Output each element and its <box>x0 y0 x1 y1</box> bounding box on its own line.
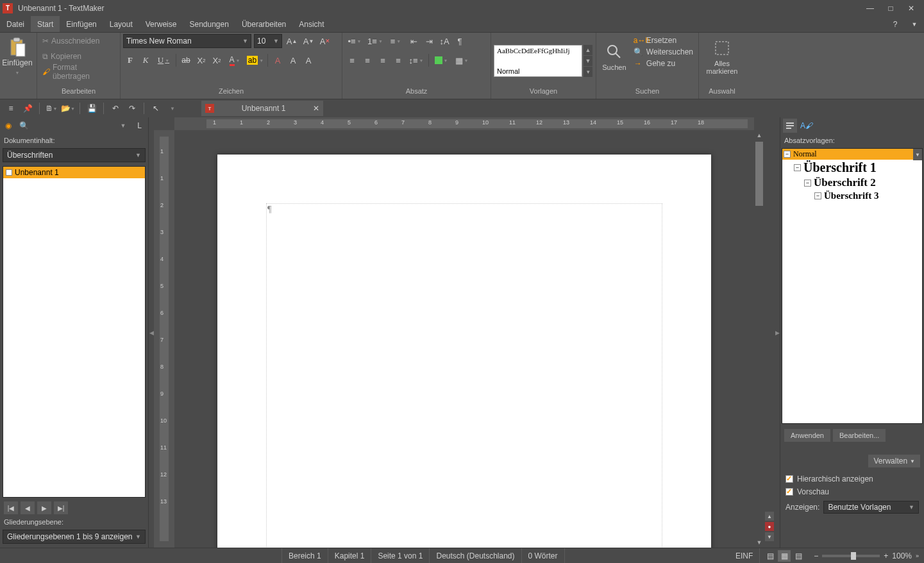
panel-close-button[interactable]: L <box>133 121 146 130</box>
mini-down-button[interactable]: ▼ <box>765 532 774 541</box>
style-next-button[interactable]: ▼ <box>584 56 592 66</box>
hamburger-button[interactable]: ≡ <box>4 101 18 115</box>
tree-dropdown-button[interactable]: ▼ <box>913 149 922 160</box>
level-combo[interactable]: Gliederungsebenen 1 bis 9 anzeigen▼ <box>3 530 146 544</box>
doc-tab-close-button[interactable]: ✕ <box>313 104 319 113</box>
menu-ueberarbeiten[interactable]: Überarbeiten <box>235 16 292 32</box>
shrink-font-button[interactable]: A▼ <box>301 34 315 48</box>
status-page[interactable]: Seite 1 von 1 <box>371 548 430 563</box>
panel-zoom-button[interactable]: 🔍 <box>18 120 29 131</box>
superscript-button[interactable]: X2 <box>210 53 224 67</box>
preview-checkbox[interactable]: Vorschau <box>780 485 924 498</box>
status-language[interactable]: Deutsch (Deutschland) <box>430 548 521 563</box>
grow-font-button[interactable]: A▲ <box>285 34 299 48</box>
align-right-button[interactable]: ≡ <box>376 53 390 67</box>
style-expand-button[interactable]: ▾ <box>584 67 592 77</box>
nav-next-button[interactable]: ▶ <box>37 501 51 514</box>
minimize-button[interactable]: — <box>860 0 880 16</box>
underline-button[interactable]: U▼ <box>154 53 173 67</box>
tree-toggle[interactable]: − <box>784 151 791 158</box>
show-combo[interactable]: Benutzte Vorlagen▼ <box>823 501 919 514</box>
menu-verweise[interactable]: Verweise <box>139 16 183 32</box>
outline-item[interactable]: Unbenannt 1 <box>3 167 145 178</box>
undo-button[interactable]: ↶ <box>108 101 122 115</box>
horizontal-ruler[interactable]: 1123456789101112131415161718 <box>174 117 754 130</box>
vertical-ruler[interactable]: 112345678910111213 <box>154 130 174 548</box>
menu-ansicht[interactable]: Ansicht <box>292 16 330 32</box>
style-tree-item[interactable]: −Überschrift 2 <box>782 176 922 190</box>
open-button[interactable]: 📂▼ <box>61 101 75 115</box>
outdent-button[interactable]: ⇤ <box>407 34 421 48</box>
nav-prev-button[interactable]: ◀ <box>21 501 35 514</box>
menu-sendungen[interactable]: Sendungen <box>183 16 235 32</box>
align-left-button[interactable]: ≡ <box>345 53 359 67</box>
status-section[interactable]: Bereich 1 <box>282 548 328 563</box>
pilcrow-button[interactable]: ¶ <box>453 34 467 48</box>
clear-format-button[interactable]: A✕ <box>318 34 332 48</box>
redo-button[interactable]: ↷ <box>125 101 139 115</box>
apply-style-button[interactable]: Anwenden <box>784 429 830 442</box>
left-splitter[interactable]: ◀ <box>149 117 154 548</box>
font-color-button[interactable]: A▼ <box>225 53 244 67</box>
shading-button[interactable]: ▼ <box>432 53 451 67</box>
zoom-out-button[interactable]: − <box>814 551 818 560</box>
scroll-up-button[interactable]: ▲ <box>754 130 764 140</box>
status-words[interactable]: 0 Wörter <box>522 548 565 563</box>
style-tree-item[interactable]: −Überschrift 3 <box>782 190 922 202</box>
bullet-list-button[interactable]: •≡▼ <box>345 34 364 48</box>
view-normal-button[interactable]: ▤ <box>764 550 777 562</box>
ribbon-collapse-button[interactable]: ▼ <box>905 16 924 32</box>
status-mode[interactable]: EINF <box>729 548 760 563</box>
pin-button[interactable]: 📌 <box>21 101 35 115</box>
scroll-down-button[interactable]: ▼ <box>754 537 764 548</box>
new-button[interactable]: 🗎▼ <box>44 101 58 115</box>
close-button[interactable]: ✕ <box>901 0 921 16</box>
replace-button[interactable]: a↔bErsetzen <box>631 35 696 46</box>
style-tree-item[interactable]: −Normal <box>782 149 922 160</box>
italic-button[interactable]: K <box>139 53 153 67</box>
zoom-slider[interactable] <box>822 555 880 557</box>
strikethrough-button[interactable]: ab <box>179 53 193 67</box>
outline-checkbox[interactable] <box>6 169 12 176</box>
indent-button[interactable]: ⇥ <box>422 34 436 48</box>
tree-toggle[interactable]: − <box>814 192 821 199</box>
style-prev-button[interactable]: ▲ <box>584 45 592 55</box>
edit-style-button[interactable]: Bearbeiten... <box>833 429 886 442</box>
status-chapter[interactable]: Kapitel 1 <box>328 548 372 563</box>
search-button[interactable]: Suchen <box>599 34 630 79</box>
view-outline-button[interactable]: ▤ <box>792 550 805 562</box>
copy-button[interactable]: ⧉Kopieren <box>40 49 117 63</box>
highlight-button[interactable]: ab▼ <box>246 53 265 67</box>
document-viewport[interactable]: ¶ <box>174 130 754 548</box>
multilevel-list-button[interactable]: ≡▼ <box>386 34 405 48</box>
scroll-thumb[interactable] <box>755 142 763 206</box>
view-page-button[interactable]: ▦ <box>778 550 791 562</box>
select-all-button[interactable]: Alles markieren <box>701 34 743 79</box>
format-painter-button[interactable]: 🖌Format übertragen <box>40 65 117 79</box>
outline-list[interactable]: Unbenannt 1 <box>3 166 146 498</box>
manage-styles-button[interactable]: Verwalten ▼ <box>868 455 920 467</box>
menu-start[interactable]: Start <box>31 16 60 32</box>
cut-button[interactable]: ✂Ausschneiden <box>40 34 117 48</box>
tree-toggle[interactable]: − <box>804 180 811 187</box>
goto-button[interactable]: →Gehe zu <box>631 58 696 69</box>
help-button[interactable]: ? <box>886 16 905 32</box>
vertical-scrollbar[interactable]: ▲ ▼ <box>754 130 764 548</box>
number-list-button[interactable]: 1≡▼ <box>365 34 385 48</box>
menu-datei[interactable]: Datei <box>0 16 31 32</box>
style-tree[interactable]: ▼ −Normal−Überschrift 1−Überschrift 2−Üb… <box>782 148 923 424</box>
save-button[interactable]: 💾 <box>85 101 99 115</box>
align-justify-button[interactable]: ≡ <box>391 53 405 67</box>
borders-button[interactable]: ▦▼ <box>452 53 471 67</box>
line-spacing-button[interactable]: ↕≡▼ <box>407 53 426 67</box>
panel-dropdown[interactable]: ▼ <box>116 122 130 129</box>
zoom-value[interactable]: 100% <box>892 551 912 560</box>
font-size-combo[interactable]: 10▼ <box>254 34 282 48</box>
mini-marker-button[interactable]: ● <box>765 522 774 531</box>
font-name-combo[interactable]: Times New Roman▼ <box>123 34 251 48</box>
sort-button[interactable]: ↕A <box>437 34 451 48</box>
qb-dropdown[interactable]: ▼ <box>165 101 180 115</box>
style-tree-item[interactable]: −Überschrift 1 <box>782 160 922 176</box>
char-format2-button[interactable]: A <box>286 53 300 67</box>
document-tab[interactable]: T Unbenannt 1 ✕ <box>201 101 323 116</box>
